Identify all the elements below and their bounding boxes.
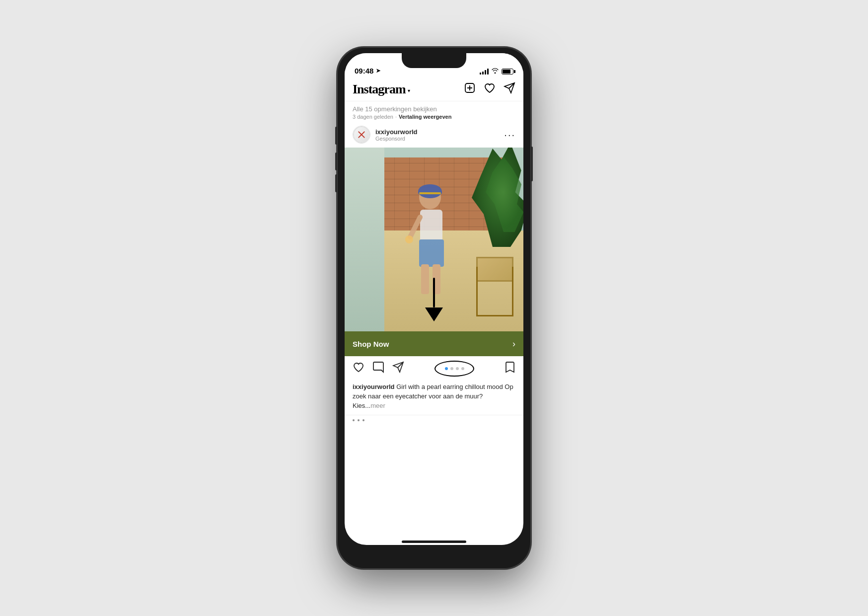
- plant-decoration: [469, 148, 523, 247]
- send-icon[interactable]: [504, 82, 515, 97]
- view-comments-link[interactable]: Alle 15 opmerkingen bekijken: [353, 105, 515, 113]
- post-user: ixxiyourworld Gesponsord: [353, 126, 418, 144]
- avatar-ring: [353, 126, 370, 143]
- carousel-dots: [445, 367, 464, 370]
- action-bar: [345, 356, 523, 381]
- bottom-dot-2: [358, 419, 360, 421]
- time-line: 3 dagen geleden · Vertaling weergeven: [353, 114, 515, 120]
- status-time: 09:48 ➤: [355, 67, 380, 75]
- time-ago: 3 dagen geleden: [353, 114, 393, 120]
- instagram-logo: Instagram: [353, 82, 406, 97]
- caption-text: ixxiyourworld Girl with a pearl earring …: [353, 383, 513, 409]
- left-wall: [345, 148, 384, 331]
- battery-icon: [502, 69, 513, 75]
- svg-rect-6: [419, 192, 441, 194]
- status-icons: [480, 68, 513, 75]
- translate-link[interactable]: Vertaling weergeven: [399, 114, 451, 120]
- svg-rect-8: [419, 239, 444, 267]
- more-link[interactable]: meer: [370, 402, 385, 409]
- shop-now-bar[interactable]: Shop Now ›: [345, 331, 523, 356]
- heart-icon[interactable]: [484, 82, 496, 97]
- phone-shell: 09:48 ➤: [337, 47, 531, 569]
- signal-icon: [480, 69, 489, 75]
- arrow-line: [433, 278, 435, 308]
- chair-back: [476, 257, 513, 282]
- post-header: ixxiyourworld Gesponsord ···: [345, 122, 523, 148]
- home-indicator: [402, 540, 466, 543]
- navigation-arrow-icon: ➤: [376, 68, 380, 74]
- post-image: [345, 148, 523, 331]
- dots-circle-annotation: [434, 361, 474, 377]
- status-bar: 09:48 ➤: [345, 53, 523, 78]
- bottom-bar: [345, 415, 523, 423]
- logo-area: Instagram ▾: [353, 82, 410, 97]
- notch: [402, 53, 466, 68]
- bottom-more-dots[interactable]: [353, 419, 364, 421]
- svg-rect-7: [420, 210, 442, 242]
- dropdown-arrow-icon[interactable]: ▾: [408, 88, 410, 93]
- header-icons: [464, 82, 515, 97]
- scene-bg: [345, 148, 523, 331]
- arrow-annotation: [425, 278, 443, 321]
- comment-button[interactable]: [372, 361, 384, 376]
- like-button[interactable]: [353, 361, 364, 376]
- bottom-dot-1: [353, 419, 355, 421]
- screen: 09:48 ➤: [345, 53, 523, 545]
- bottom-dot-3: [362, 419, 364, 421]
- separator: ·: [395, 114, 397, 120]
- share-button[interactable]: [392, 361, 404, 376]
- shop-now-label: Shop Now: [353, 340, 389, 348]
- username-label[interactable]: ixxiyourworld: [375, 128, 418, 136]
- add-icon[interactable]: [464, 82, 476, 97]
- comments-section: Alle 15 opmerkingen bekijken 3 dagen gel…: [345, 101, 523, 122]
- feed-content: Alle 15 opmerkingen bekijken 3 dagen gel…: [345, 101, 523, 537]
- user-info: ixxiyourworld Gesponsord: [375, 128, 418, 142]
- avatar[interactable]: [353, 126, 370, 144]
- scene: 09:48 ➤: [0, 0, 868, 616]
- wifi-icon: [492, 68, 499, 75]
- sponsored-label: Gesponsord: [375, 136, 418, 142]
- left-actions: [353, 361, 404, 376]
- svg-line-11: [410, 217, 420, 237]
- instagram-header: Instagram ▾: [345, 78, 523, 101]
- bookmark-button[interactable]: [505, 361, 515, 376]
- shop-now-arrow-icon: ›: [512, 339, 515, 349]
- post-caption: ixxiyourworld Girl with a pearl earring …: [345, 381, 523, 415]
- arrow-head-icon: [425, 308, 443, 321]
- svg-point-12: [405, 235, 413, 243]
- more-options-button[interactable]: ···: [504, 130, 515, 140]
- caption-username[interactable]: ixxiyourworld: [353, 383, 395, 390]
- time-display: 09:48: [355, 67, 373, 75]
